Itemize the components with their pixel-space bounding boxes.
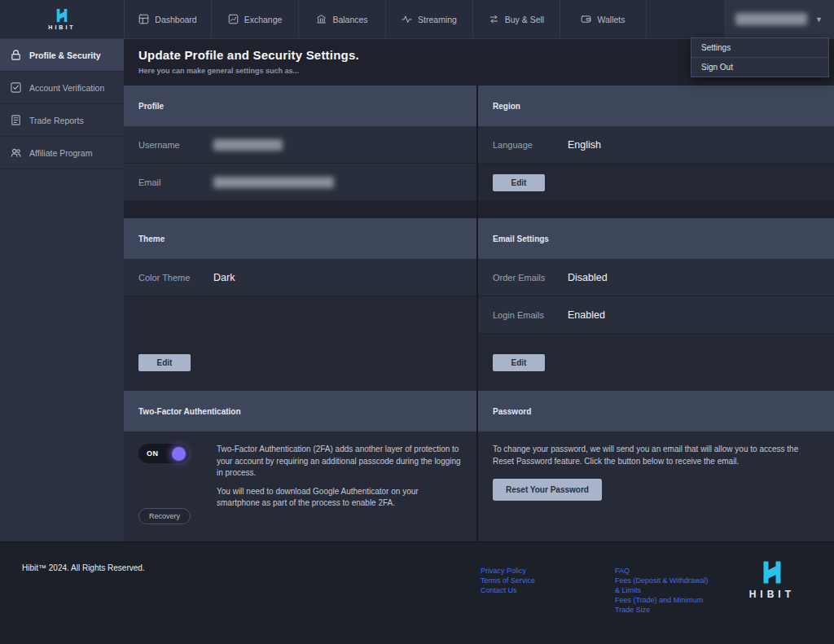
nav-label: Buy & Sell bbox=[505, 15, 544, 24]
menu-item-sign-out[interactable]: Sign Out bbox=[691, 58, 828, 77]
password-section-header: Password bbox=[478, 391, 834, 432]
people-icon bbox=[10, 147, 22, 159]
footer-brand-logo: HIBIT bbox=[749, 560, 795, 600]
menu-item-settings[interactable]: Settings bbox=[691, 38, 828, 58]
nav-label: Streaming bbox=[418, 15, 457, 24]
profile-row-username: Username bbox=[124, 126, 476, 164]
sidebar-item-label: Trade Reports bbox=[29, 116, 84, 125]
region-row-language: Language English bbox=[478, 126, 834, 164]
email-settings-section-header: Email Settings bbox=[478, 218, 834, 259]
brand-logo-icon bbox=[759, 560, 785, 585]
sidebar-item-affiliate-program[interactable]: Affiliate Program bbox=[0, 137, 124, 169]
reset-password-button[interactable]: Reset Your Password bbox=[493, 479, 602, 501]
two-factor-content: ON Recovery Two-Factor Authentication (2… bbox=[124, 432, 476, 541]
lock-icon bbox=[10, 49, 22, 61]
streaming-icon bbox=[402, 14, 412, 24]
login-emails-label: Login Emails bbox=[493, 310, 568, 320]
brand-logo[interactable]: HIBIT bbox=[0, 0, 124, 38]
check-square-icon bbox=[10, 81, 22, 94]
redacted-username bbox=[735, 13, 807, 25]
brand-name: HIBIT bbox=[48, 24, 75, 30]
two-factor-toggle[interactable]: ON bbox=[138, 444, 189, 463]
nav-label: Dashboard bbox=[155, 15, 196, 24]
nav-label: Wallets bbox=[597, 15, 625, 24]
sidebar-item-label: Profile & Security bbox=[29, 50, 101, 60]
section-title: Region bbox=[493, 102, 520, 111]
two-factor-section-header: Two-Factor Authentication bbox=[124, 391, 476, 432]
email-settings-row-order-emails: Order Emails Disabled bbox=[478, 259, 834, 296]
section-title: Theme bbox=[138, 234, 165, 243]
section-title: Email Settings bbox=[493, 234, 549, 243]
buy-sell-icon bbox=[489, 14, 499, 24]
nav-exchange[interactable]: Exchange bbox=[211, 0, 298, 38]
color-theme-label: Color Theme bbox=[138, 273, 213, 283]
nav-streaming[interactable]: Streaming bbox=[385, 0, 472, 38]
username-label: Username bbox=[138, 140, 213, 150]
main-content: Update Profile and Security Settings. He… bbox=[124, 39, 834, 541]
toggle-knob-icon bbox=[172, 447, 186, 461]
footer-links-legal: Privacy Policy Terms of Service Contact … bbox=[481, 566, 578, 595]
section-gap bbox=[478, 201, 834, 218]
password-description: To change your password, we will send yo… bbox=[493, 444, 817, 467]
redacted-email-value bbox=[213, 177, 334, 188]
exchange-icon bbox=[228, 14, 239, 24]
sidebar-item-label: Account Verification bbox=[29, 83, 104, 93]
left-column: Profile Username Email Theme Color Theme… bbox=[124, 85, 476, 541]
email-settings-edit-button[interactable]: Edit bbox=[493, 354, 545, 371]
footer-link-faq[interactable]: FAQ bbox=[615, 566, 711, 576]
sidebar-item-trade-reports[interactable]: Trade Reports bbox=[0, 104, 124, 137]
brand-logo-icon bbox=[54, 8, 70, 23]
order-emails-label: Order Emails bbox=[493, 273, 568, 283]
color-theme-value: Dark bbox=[213, 272, 235, 283]
sidebar-item-profile-security[interactable]: Profile & Security bbox=[0, 39, 124, 72]
redacted-username-value bbox=[213, 139, 283, 151]
copyright-text: Hibit™ 2024. All Rights Reserved. bbox=[22, 563, 145, 572]
region-edit-button[interactable]: Edit bbox=[493, 174, 545, 191]
two-factor-controls: ON Recovery bbox=[138, 444, 204, 529]
theme-empty-row bbox=[124, 296, 476, 334]
user-dropdown-menu: Settings Sign Out bbox=[691, 37, 829, 77]
nav-balances[interactable]: Balances bbox=[298, 0, 385, 38]
footer-link-terms-of-service[interactable]: Terms of Service bbox=[481, 576, 578, 585]
footer-link-fees-deposit[interactable]: Fees (Deposit & Withdrawal) & Limits bbox=[615, 576, 711, 595]
email-label: Email bbox=[138, 177, 213, 187]
footer-link-contact-us[interactable]: Contact Us bbox=[481, 585, 578, 595]
nav-wallets[interactable]: Wallets bbox=[560, 0, 647, 38]
order-emails-value: Disabled bbox=[568, 272, 608, 283]
footer-link-fees-trade[interactable]: Fees (Trade) and Minimum Trade Size bbox=[615, 595, 711, 615]
chevron-down-icon: ▼ bbox=[815, 15, 823, 24]
nav-dashboard[interactable]: Dashboard bbox=[124, 0, 211, 38]
footer: Hibit™ 2024. All Rights Reserved. Privac… bbox=[0, 541, 834, 644]
nav-spacer bbox=[647, 0, 724, 38]
two-factor-description: Two-Factor Authentication (2FA) adds ano… bbox=[217, 444, 462, 529]
theme-edit-button[interactable]: Edit bbox=[138, 354, 191, 371]
user-menu-trigger[interactable]: ▼ bbox=[724, 0, 834, 38]
theme-row-color-theme: Color Theme Dark bbox=[124, 259, 476, 296]
dashboard-icon bbox=[138, 14, 149, 24]
section-title: Two-Factor Authentication bbox=[138, 407, 241, 416]
region-edit-area: Edit bbox=[478, 164, 834, 201]
language-value: English bbox=[568, 139, 601, 151]
right-column: Region Language English Edit Email Setti… bbox=[476, 85, 834, 541]
email-settings-edit-area: Edit bbox=[478, 334, 834, 391]
brand-name: HIBIT bbox=[749, 589, 795, 600]
section-gap bbox=[124, 201, 476, 218]
region-section-header: Region bbox=[478, 85, 834, 126]
recovery-button[interactable]: Recovery bbox=[138, 508, 191, 524]
wallets-icon bbox=[581, 14, 591, 24]
profile-section-header: Profile bbox=[124, 85, 476, 126]
toggle-state-label: ON bbox=[147, 449, 159, 458]
nav-label: Balances bbox=[332, 15, 367, 24]
two-factor-paragraph-1: Two-Factor Authentication (2FA) adds ano… bbox=[217, 444, 462, 480]
sidebar: Profile & Security Account Verification … bbox=[0, 39, 124, 541]
footer-link-privacy-policy[interactable]: Privacy Policy bbox=[481, 566, 578, 576]
footer-links-help: FAQ Fees (Deposit & Withdrawal) & Limits… bbox=[615, 566, 711, 615]
sidebar-item-account-verification[interactable]: Account Verification bbox=[0, 72, 124, 104]
section-title: Profile bbox=[138, 102, 164, 111]
password-content: To change your password, we will send yo… bbox=[478, 432, 834, 541]
nav-buy-sell[interactable]: Buy & Sell bbox=[472, 0, 560, 38]
settings-panels: Profile Username Email Theme Color Theme… bbox=[124, 85, 834, 541]
theme-section-header: Theme bbox=[124, 218, 476, 259]
login-emails-value: Enabled bbox=[568, 309, 605, 321]
email-settings-row-login-emails: Login Emails Enabled bbox=[478, 296, 834, 334]
